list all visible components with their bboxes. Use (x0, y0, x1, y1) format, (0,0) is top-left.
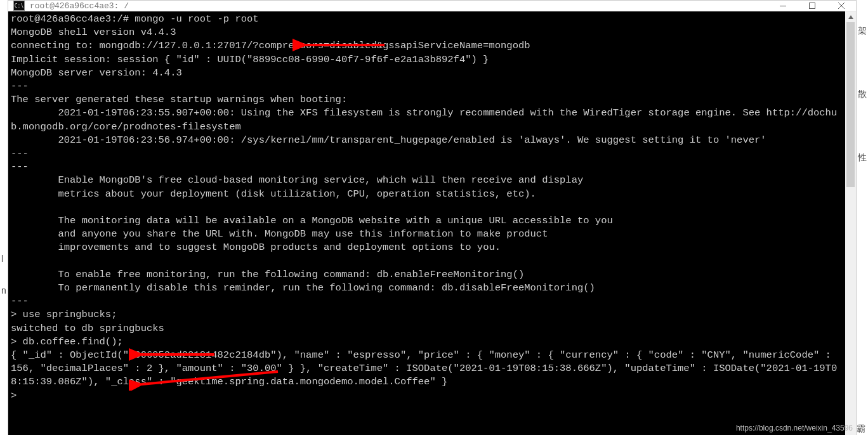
side-glyph: 性 (858, 152, 867, 164)
scroll-thumb[interactable] (846, 22, 855, 187)
terminal-window: C:\ root@426a96cc4ae3: / root@426a96cc4a… (8, 0, 857, 435)
scroll-track[interactable] (845, 22, 856, 435)
close-button[interactable] (827, 1, 856, 11)
svg-rect-1 (810, 3, 815, 9)
side-glyph: l (1, 254, 3, 264)
terminal-output[interactable]: root@426a96cc4ae3:/# mongo -u root -p ro… (8, 11, 845, 435)
maximize-button[interactable] (798, 1, 827, 11)
close-icon (838, 3, 845, 9)
scroll-up-button[interactable] (845, 11, 856, 22)
side-glyph: 散 (858, 89, 867, 100)
maximize-icon (809, 3, 815, 9)
side-glyph: 霸就 (857, 424, 867, 435)
terminal-body: root@426a96cc4ae3:/# mongo -u root -p ro… (8, 11, 856, 435)
side-glyph: n (1, 285, 6, 295)
scrollbar[interactable] (845, 11, 856, 435)
window-title: root@426a96cc4ae3: / (30, 1, 768, 11)
minimize-button[interactable] (768, 1, 798, 11)
watermark: https://blog.csdn.net/weixin_43596 (736, 424, 853, 432)
svg-marker-10 (848, 15, 853, 19)
right-page-strip: 架 散 性 霸就 (857, 0, 868, 435)
titlebar[interactable]: C:\ root@426a96cc4ae3: / (8, 1, 856, 11)
side-glyph: 架 (858, 25, 867, 37)
svg-rect-0 (780, 6, 786, 6)
minimize-icon (780, 6, 786, 6)
left-page-strip (0, 0, 8, 435)
chevron-up-icon (848, 15, 853, 19)
outer-frame: 架 散 性 霸就 l n C:\ root@426a96cc4ae3: / ro… (0, 0, 868, 435)
window-controls (768, 1, 856, 11)
cmd-icon: C:\ (13, 1, 25, 11)
